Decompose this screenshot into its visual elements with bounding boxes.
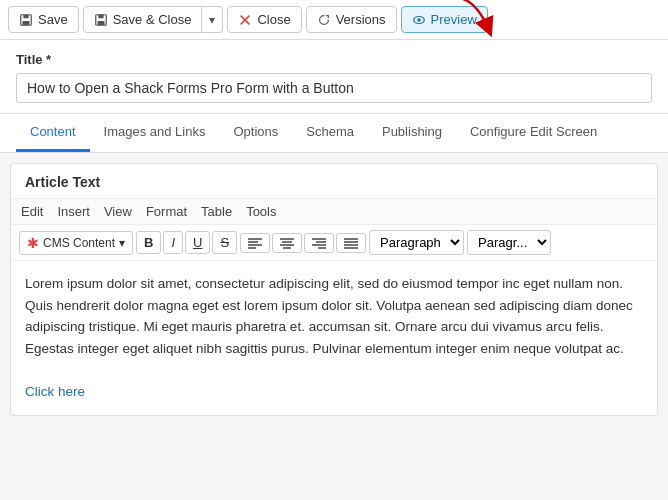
menu-insert[interactable]: Insert bbox=[57, 204, 90, 219]
tab-configure-edit-screen-label: Configure Edit Screen bbox=[470, 124, 597, 139]
tab-content[interactable]: Content bbox=[16, 114, 90, 152]
versions-button[interactable]: Versions bbox=[306, 6, 397, 33]
tab-publishing-label: Publishing bbox=[382, 124, 442, 139]
menu-edit[interactable]: Edit bbox=[21, 204, 43, 219]
menu-tools[interactable]: Tools bbox=[246, 204, 276, 219]
save-close-label: Save & Close bbox=[113, 12, 192, 27]
menu-format[interactable]: Format bbox=[146, 204, 187, 219]
tab-publishing[interactable]: Publishing bbox=[368, 114, 456, 152]
save-close-dropdown[interactable]: ▾ bbox=[202, 6, 223, 33]
align-group bbox=[240, 233, 366, 253]
text-format-group: B I U S bbox=[136, 231, 237, 254]
align-center-icon bbox=[280, 237, 294, 249]
close-button[interactable]: Close bbox=[227, 6, 301, 33]
italic-label: I bbox=[171, 235, 175, 250]
article-section: Article Text Edit Insert View Format Tab… bbox=[10, 163, 658, 416]
versions-icon bbox=[317, 13, 331, 27]
align-justify-button[interactable] bbox=[336, 233, 366, 253]
svg-rect-5 bbox=[97, 20, 104, 24]
title-label: Title * bbox=[16, 52, 652, 67]
underline-button[interactable]: U bbox=[185, 231, 210, 254]
svg-point-9 bbox=[417, 18, 421, 22]
paragraph-select[interactable]: Paragraph bbox=[369, 230, 464, 255]
align-center-button[interactable] bbox=[272, 233, 302, 253]
cms-badge-arrow: ▾ bbox=[119, 236, 125, 250]
tab-schema[interactable]: Schema bbox=[292, 114, 368, 152]
tabs-bar: Content Images and Links Options Schema … bbox=[0, 114, 668, 153]
close-label: Close bbox=[257, 12, 290, 27]
strikethrough-button[interactable]: S bbox=[212, 231, 237, 254]
editor-menubar: Edit Insert View Format Table Tools bbox=[11, 198, 657, 225]
align-left-icon bbox=[248, 237, 262, 249]
versions-label: Versions bbox=[336, 12, 386, 27]
title-section: Title * bbox=[0, 40, 668, 114]
strikethrough-label: S bbox=[220, 235, 229, 250]
align-justify-icon bbox=[344, 237, 358, 249]
save-close-group: Save & Close ▾ bbox=[83, 6, 224, 33]
editor-format-bar: ✱ CMS Content ▾ B I U S bbox=[11, 225, 657, 261]
preview-label: Preview bbox=[431, 12, 477, 27]
preview-eye-icon bbox=[412, 13, 426, 27]
article-text-header: Article Text bbox=[11, 164, 657, 198]
bold-button[interactable]: B bbox=[136, 231, 161, 254]
save-button[interactable]: Save bbox=[8, 6, 79, 33]
cms-joomla-icon: ✱ bbox=[27, 235, 39, 251]
tab-images-and-links[interactable]: Images and Links bbox=[90, 114, 220, 152]
tab-options[interactable]: Options bbox=[219, 114, 292, 152]
main-toolbar: Save Save & Close ▾ Close Versions bbox=[0, 0, 668, 40]
paragraph-select2[interactable]: Paragr... bbox=[467, 230, 551, 255]
save-close-button[interactable]: Save & Close bbox=[83, 6, 203, 33]
align-right-icon bbox=[312, 237, 326, 249]
svg-rect-2 bbox=[23, 20, 30, 24]
underline-label: U bbox=[193, 235, 202, 250]
tab-schema-label: Schema bbox=[306, 124, 354, 139]
preview-button[interactable]: Preview bbox=[401, 6, 488, 33]
italic-button[interactable]: I bbox=[163, 231, 183, 254]
tab-content-label: Content bbox=[30, 124, 76, 139]
preview-btn-wrapper: Preview bbox=[401, 6, 488, 33]
align-left-button[interactable] bbox=[240, 233, 270, 253]
menu-view[interactable]: View bbox=[104, 204, 132, 219]
click-here-link[interactable]: Click here bbox=[25, 384, 85, 399]
close-x-icon bbox=[238, 13, 252, 27]
cms-content-button[interactable]: ✱ CMS Content ▾ bbox=[19, 231, 133, 255]
save-label: Save bbox=[38, 12, 68, 27]
cms-badge-label: CMS Content bbox=[43, 236, 115, 250]
tab-configure-edit-screen[interactable]: Configure Edit Screen bbox=[456, 114, 611, 152]
title-input[interactable] bbox=[16, 73, 652, 103]
svg-rect-4 bbox=[98, 14, 103, 18]
tab-options-label: Options bbox=[233, 124, 278, 139]
dropdown-arrow-icon: ▾ bbox=[209, 13, 215, 27]
bold-label: B bbox=[144, 235, 153, 250]
editor-content[interactable]: Lorem ipsum dolor sit amet, consectetur … bbox=[11, 261, 657, 415]
save-icon bbox=[19, 13, 33, 27]
align-right-button[interactable] bbox=[304, 233, 334, 253]
svg-rect-1 bbox=[23, 14, 28, 18]
menu-table[interactable]: Table bbox=[201, 204, 232, 219]
save-close-icon bbox=[94, 13, 108, 27]
body-text: Lorem ipsum dolor sit amet, consectetur … bbox=[25, 273, 643, 359]
tab-images-links-label: Images and Links bbox=[104, 124, 206, 139]
